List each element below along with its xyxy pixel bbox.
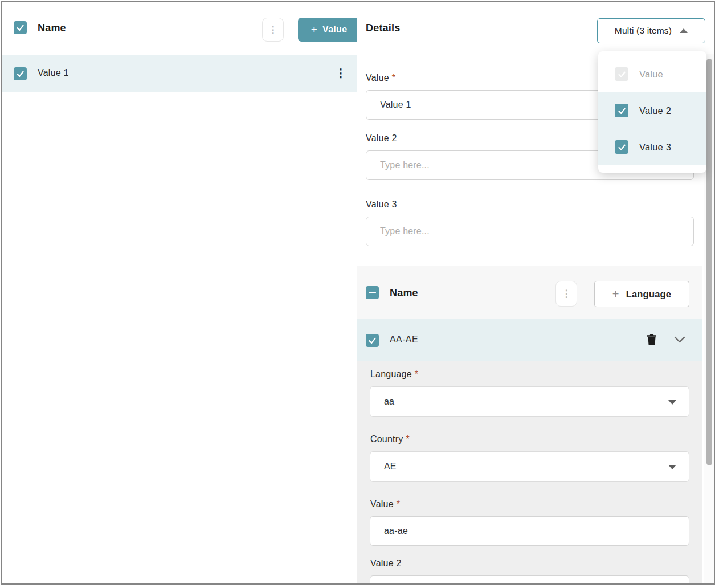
language-value-2-input[interactable] xyxy=(370,575,689,585)
required-marker: * xyxy=(397,499,400,509)
language-section-header: Name ⋮ + Language xyxy=(357,266,702,319)
option-checkbox[interactable] xyxy=(615,140,628,154)
option-checkbox-disabled xyxy=(615,67,628,81)
check-icon xyxy=(618,70,626,79)
dropdown-option-value: Value xyxy=(598,56,706,92)
trash-icon xyxy=(645,332,659,347)
dropdown-option-value-2[interactable]: Value 2 xyxy=(598,92,706,129)
chevron-down-icon xyxy=(668,400,676,405)
field-label: Value* xyxy=(370,499,400,509)
check-icon xyxy=(16,23,24,32)
multi-select-dropdown-button[interactable]: Multi (3 items) xyxy=(597,18,705,43)
list-title: Name xyxy=(38,22,66,34)
dropdown-option-value-3[interactable]: Value 3 xyxy=(598,129,706,165)
value-3-input[interactable] xyxy=(366,217,694,246)
language-form-section: Language* aa Country* AE Value* Value 2 xyxy=(357,361,702,583)
field-label: Language* xyxy=(370,369,418,379)
field-label: Country* xyxy=(370,434,410,444)
add-value-label: Value xyxy=(322,24,347,35)
kebab-icon: ⋮ xyxy=(562,288,571,300)
app-window: Name ⋮ + Value Value 1 ⋮ Details Multi (… xyxy=(1,1,715,585)
details-title: Details xyxy=(366,22,400,34)
row-kebab-menu-button[interactable]: ⋮ xyxy=(335,66,346,80)
language-item-label: AA-AE xyxy=(390,334,418,345)
add-language-label: Language xyxy=(626,289,672,300)
add-value-button[interactable]: + Value xyxy=(298,18,360,42)
section-title: Name xyxy=(390,287,418,299)
multi-select-dropdown-panel: Value Value 2 Value 3 xyxy=(598,51,706,173)
field-label: Value 2 xyxy=(366,133,397,144)
check-icon xyxy=(16,70,24,78)
required-marker: * xyxy=(392,73,395,83)
list-item-value-1[interactable]: Value 1 ⋮ xyxy=(2,55,357,92)
field-label: Value* xyxy=(366,73,395,83)
language-value-input[interactable] xyxy=(370,516,689,546)
row-label: Value 1 xyxy=(38,68,68,78)
section-select-all-checkbox[interactable] xyxy=(366,286,379,299)
field-label: Value 2 xyxy=(370,558,401,569)
chevron-down-icon xyxy=(674,336,685,343)
field-label: Value 3 xyxy=(366,199,397,210)
check-icon xyxy=(618,143,626,152)
required-marker: * xyxy=(406,434,409,444)
collapse-button[interactable] xyxy=(672,333,687,347)
country-select[interactable]: AE xyxy=(370,451,689,482)
chevron-up-icon xyxy=(680,28,688,33)
select-all-checkbox[interactable] xyxy=(14,21,27,34)
scrollbar-thumb[interactable] xyxy=(706,59,712,466)
language-item-row[interactable]: AA-AE xyxy=(357,319,702,361)
add-language-button[interactable]: + Language xyxy=(594,281,689,307)
language-select[interactable]: aa xyxy=(370,386,689,417)
check-icon xyxy=(368,336,377,345)
kebab-icon: ⋮ xyxy=(268,24,278,36)
language-item-checkbox[interactable] xyxy=(366,334,379,347)
section-kebab-menu-button[interactable]: ⋮ xyxy=(555,281,577,307)
indeterminate-icon xyxy=(369,292,376,294)
multi-select-label: Multi (3 items) xyxy=(615,26,672,36)
required-marker: * xyxy=(415,369,418,379)
chevron-down-icon xyxy=(668,465,676,469)
plus-icon: + xyxy=(311,23,317,36)
plus-icon: + xyxy=(612,288,619,301)
values-list-panel: Name ⋮ + Value Value 1 ⋮ xyxy=(2,2,357,583)
option-checkbox[interactable] xyxy=(615,104,628,117)
list-kebab-menu-button[interactable]: ⋮ xyxy=(262,18,284,42)
delete-button[interactable] xyxy=(643,331,660,349)
row-checkbox[interactable] xyxy=(14,67,27,80)
check-icon xyxy=(618,107,626,115)
